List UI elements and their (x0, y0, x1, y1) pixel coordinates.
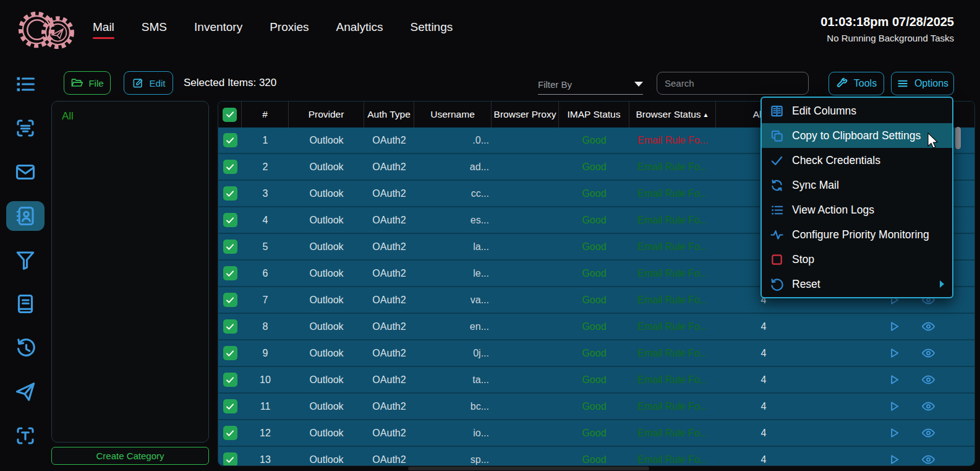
row-checkbox[interactable] (223, 213, 237, 227)
column-header[interactable]: Auth Type (364, 102, 414, 127)
cell-alias-count: 4 (716, 321, 811, 332)
menu-item-stop[interactable]: Stop (762, 247, 952, 272)
eye-icon[interactable] (921, 452, 935, 466)
row-checkbox[interactable] (223, 426, 237, 440)
menu-item-reset[interactable]: Reset (762, 272, 952, 296)
row-checkbox[interactable] (223, 266, 237, 280)
play-icon[interactable] (887, 426, 901, 440)
column-header-label: Provider (309, 109, 344, 120)
play-icon[interactable] (887, 319, 901, 334)
check-icon (225, 295, 235, 305)
nav-tab-analytics[interactable]: Analytics (336, 20, 383, 39)
cell-provider: Outlook (289, 162, 364, 173)
cell-username: ta... (414, 374, 492, 386)
sidebar-item-scan-text[interactable] (6, 113, 45, 143)
eye-icon[interactable] (921, 373, 935, 387)
sidebar-item-text-input[interactable] (6, 421, 45, 451)
notebook-icon (14, 293, 36, 315)
row-checkbox[interactable] (223, 346, 237, 360)
nav-tab-mail[interactable]: Mail (93, 20, 114, 39)
row-checkbox[interactable] (223, 293, 237, 307)
table-row[interactable]: 8 Outlook OAuth2 en... Good Email Rule F… (218, 314, 974, 340)
column-header[interactable]: Browser Status▲ (629, 102, 716, 127)
column-header-label: Browser Status (636, 109, 701, 120)
history-clock-icon (14, 337, 36, 359)
table-row[interactable]: 12 Outlook OAuth2 io... Good Email Rule … (218, 420, 974, 447)
sidebar-item-send-plane[interactable] (6, 377, 45, 407)
cell-imap-status: Good (559, 348, 629, 359)
play-icon[interactable] (887, 346, 901, 360)
row-checkbox[interactable] (223, 240, 237, 254)
background-tasks-status: No Running Background Tasks (820, 33, 954, 43)
nav-tab-sms[interactable]: SMS (142, 20, 167, 39)
eye-icon[interactable] (921, 346, 935, 360)
file-button[interactable]: File (64, 71, 111, 95)
menu-item-check-credentials[interactable]: Check Credentials (762, 148, 952, 173)
sidebar-item-filter-funnel[interactable] (6, 245, 45, 275)
cell-auth-type: OAuth2 (364, 348, 414, 359)
category-item-all[interactable]: All (52, 102, 208, 131)
vertical-scrollbar-thumb[interactable] (955, 127, 961, 149)
menu-item-configure-priority-monitoring[interactable]: Configure Priority Monitoring (762, 222, 952, 247)
nav-tab-proxies[interactable]: Proxies (270, 20, 309, 39)
cell-auth-type: OAuth2 (364, 401, 414, 412)
cell-auth-type: OAuth2 (364, 241, 414, 253)
check-icon (225, 136, 235, 145)
sidebar-item-category-list[interactable] (6, 69, 45, 99)
row-checkbox[interactable] (223, 452, 237, 466)
options-button[interactable]: Options (891, 72, 954, 95)
row-checkbox[interactable] (223, 373, 237, 387)
column-header[interactable] (218, 102, 242, 127)
category-panel: All (51, 101, 209, 443)
eye-icon[interactable] (921, 399, 935, 413)
select-all-checkbox[interactable] (223, 108, 237, 122)
play-icon[interactable] (887, 399, 901, 413)
row-checkbox[interactable] (223, 319, 237, 334)
menu-item-view-action-logs[interactable]: View Action Logs (762, 197, 952, 222)
menu-item-label: Edit Columns (792, 105, 856, 118)
menu-item-copy-to-clipboard-settings[interactable]: Copy to Clipboard Settings (762, 123, 952, 148)
eye-icon[interactable] (921, 426, 935, 440)
column-header[interactable]: Provider (289, 102, 364, 127)
table-row[interactable]: 9 Outlook OAuth2 0j... Good Email Rule F… (218, 340, 974, 367)
sidebar-item-mail-envelope[interactable] (6, 157, 45, 187)
clock-area: 01:03:18pm 07/28/2025 No Running Backgro… (820, 15, 954, 43)
sync-arrows-icon (770, 178, 784, 192)
cell-username: 0j... (414, 348, 492, 359)
edit-pencil-icon (132, 77, 144, 89)
create-category-button[interactable]: Create Category (51, 447, 209, 465)
cell-number: 10 (242, 374, 289, 386)
column-header[interactable]: IMAP Status (559, 102, 629, 127)
menu-item-sync-mail[interactable]: Sync Mail (762, 173, 952, 197)
nav-tab-inventory[interactable]: Inventory (194, 20, 242, 39)
sort-asc-icon: ▲ (703, 111, 709, 118)
search-input[interactable] (657, 72, 809, 95)
nav-tab-settings[interactable]: Settings (411, 20, 453, 39)
eye-icon[interactable] (921, 319, 935, 334)
column-header[interactable]: # (242, 102, 289, 127)
nav-tab-label: Mail (93, 20, 114, 33)
play-icon[interactable] (887, 452, 901, 466)
row-checkbox[interactable] (223, 133, 237, 147)
tools-button[interactable]: Tools (829, 72, 884, 95)
table-row[interactable]: 13 Outlook OAuth2 sp... Good Email Rule … (218, 447, 974, 466)
play-icon[interactable] (887, 373, 901, 387)
row-checkbox[interactable] (223, 399, 237, 413)
column-header[interactable]: Browser Proxy (492, 102, 559, 127)
sidebar-item-notebook[interactable] (6, 289, 45, 319)
sidebar-item-history-clock[interactable] (6, 333, 45, 363)
row-checkbox[interactable] (223, 186, 237, 201)
cell-auth-type: OAuth2 (364, 162, 414, 173)
row-checkbox[interactable] (223, 160, 237, 174)
cell-number: 8 (242, 321, 289, 332)
table-row[interactable]: 11 Outlook OAuth2 bc... Good Email Rule … (218, 394, 974, 420)
check-icon (225, 322, 235, 332)
edit-button[interactable]: Edit (124, 71, 173, 95)
filter-by-dropdown[interactable]: Filter By (538, 74, 643, 95)
horizontal-scrollbar-thumb[interactable] (408, 467, 649, 470)
column-header[interactable]: Username (414, 102, 492, 127)
table-row[interactable]: 10 Outlook OAuth2 ta... Good Email Rule … (218, 367, 974, 394)
menu-item-edit-columns[interactable]: Edit Columns (762, 98, 952, 123)
sidebar-item-contacts-book[interactable] (6, 201, 45, 231)
cell-imap-status: Good (559, 135, 629, 146)
